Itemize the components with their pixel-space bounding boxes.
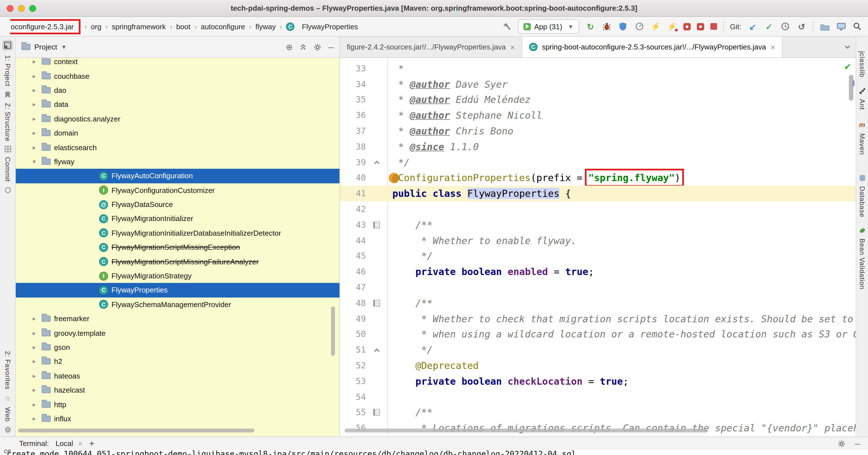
editor-vertical-scrollbar[interactable] <box>849 75 854 101</box>
tree-item-FlywayMigrationStrategy[interactable]: IFlywayMigrationStrategy <box>16 269 339 283</box>
line-number[interactable]: 52 <box>340 360 366 371</box>
code-line-50[interactable]: 50 * when using a wildcard location or a… <box>340 326 856 342</box>
tool-button-favorites[interactable]: 2: Favorites <box>4 351 11 390</box>
tree-item-FlywayDataSource[interactable]: @FlywayDataSource <box>16 197 339 212</box>
tree-item-FlywaySchemaManagementProvider[interactable]: CFlywaySchemaManagementProvider <box>16 297 339 312</box>
project-tool-icon[interactable] <box>2 40 13 51</box>
close-window-button[interactable] <box>7 5 13 12</box>
tree-item-FlywayAutoConfiguration[interactable]: CFlywayAutoConfiguration <box>16 169 339 183</box>
code-text[interactable]: * @author Stephane Nicoll <box>387 110 542 121</box>
code-text[interactable]: /** <box>387 407 433 418</box>
tree-item-FlywayMigrationScriptMissingException[interactable]: CFlywayMigrationScriptMissingException <box>16 240 339 255</box>
code-text[interactable]: /** <box>387 297 433 309</box>
code-text[interactable]: @Deprecated <box>387 360 479 371</box>
tree-item-groovy.template[interactable]: ▸groovy.template <box>16 326 339 340</box>
globe-icon[interactable] <box>4 426 11 433</box>
editor-tab-inactive[interactable]: figure-2.4.2-sources.jar!/.../FlywayProp… <box>340 37 522 57</box>
minimize-window-button[interactable] <box>18 5 25 12</box>
code-line-52[interactable]: 52 @Deprecated <box>340 358 856 373</box>
tree-item-FlywayProperties[interactable]: CFlywayProperties <box>16 283 339 297</box>
tool-button-maven[interactable]: Maven <box>858 133 866 155</box>
breadcrumb-autoconfigure[interactable]: autoconfigure <box>201 22 245 31</box>
line-number[interactable]: 53 <box>340 376 366 386</box>
hide-terminal-icon[interactable]: ─ <box>855 439 860 448</box>
line-number[interactable]: 55 <box>340 408 366 418</box>
plugin-red-icon[interactable] <box>683 23 691 30</box>
database-icon[interactable] <box>859 174 865 182</box>
tree-item-hazelcast[interactable]: ▸hazelcast <box>16 383 339 397</box>
zoom-window-button[interactable] <box>29 5 36 12</box>
rerun-icon[interactable]: ↻ <box>585 21 595 32</box>
code-line-48[interactable]: 48 /** <box>340 295 856 311</box>
line-number[interactable]: 50 <box>340 329 366 339</box>
star-icon[interactable]: ☆ <box>4 394 11 403</box>
chevron-down-icon[interactable]: ▾ <box>33 158 42 165</box>
line-number[interactable]: 45 <box>340 251 366 261</box>
debug-icon[interactable] <box>602 21 612 32</box>
tool-button-ant[interactable]: Ant <box>858 99 866 110</box>
line-number[interactable]: 46 <box>340 267 366 277</box>
commit-check-icon[interactable]: ✓ <box>764 21 774 32</box>
tree-item-influx[interactable]: ▸influx <box>16 412 339 426</box>
code-line-36[interactable]: 36 * @author Stephane Nicoll <box>340 108 856 124</box>
code-text[interactable]: * @author Dave Syer <box>387 78 507 90</box>
chevron-right-icon[interactable]: ▸ <box>33 329 42 336</box>
code-line-55[interactable]: 55 /** <box>340 405 856 420</box>
stop-icon[interactable] <box>710 23 717 30</box>
profiler-icon[interactable] <box>634 21 645 32</box>
line-number[interactable]: 49 <box>340 314 366 324</box>
doc-gutter-icon[interactable] <box>366 222 387 228</box>
code-line-53[interactable]: 53 private boolean checkLocation = true; <box>340 373 856 389</box>
line-number[interactable]: 41 <box>340 189 366 199</box>
chevron-right-icon[interactable]: ▸ <box>33 401 42 408</box>
line-number[interactable]: 37 <box>340 126 366 136</box>
line-number[interactable]: 33 <box>340 64 366 74</box>
code-line-38[interactable]: 38 * @since 1.1.0 <box>340 139 856 155</box>
code-line-43[interactable]: 43 /** <box>340 217 856 233</box>
tree-item-couchbase[interactable]: ▸couchbase <box>16 69 339 83</box>
code-text[interactable]: * when using a wildcard location or a re… <box>387 329 856 340</box>
bolt-icon[interactable]: ⚡ <box>651 21 661 32</box>
line-number[interactable]: 47 <box>340 282 366 292</box>
bean-icon[interactable] <box>859 227 865 234</box>
close-icon[interactable]: × <box>510 42 515 52</box>
tree-item-gson[interactable]: ▸gson <box>16 340 339 355</box>
doc-gutter-icon[interactable] <box>366 409 387 416</box>
bookmark-icon[interactable] <box>4 91 11 98</box>
tree-item-elasticsearch[interactable]: ▸elasticsearch <box>16 140 339 155</box>
circle-icon[interactable] <box>4 187 11 193</box>
line-number[interactable]: 44 <box>340 235 366 246</box>
fold-gutter-icon[interactable] <box>366 347 387 353</box>
breadcrumb-boot[interactable]: boot <box>176 22 190 31</box>
code-line-44[interactable]: 44 * Whether to enable flyway. <box>340 233 856 249</box>
breadcrumb-jar[interactable]: oconfigure-2.5.3.jar <box>10 19 81 34</box>
chevron-right-icon[interactable]: ▸ <box>33 344 42 351</box>
editor-tab-active[interactable]: C spring-boot-autoconfigure-2.5.3-source… <box>522 37 782 57</box>
line-number[interactable]: 51 <box>340 345 366 355</box>
line-number[interactable]: 48 <box>340 298 366 308</box>
code-text[interactable]: private boolean checkLocation = true; <box>387 376 629 387</box>
code-text[interactable]: * @since 1.1.0 <box>387 141 479 153</box>
locate-file-icon[interactable]: ⊕ <box>286 42 293 52</box>
line-number[interactable]: 38 <box>340 142 366 152</box>
code-line-37[interactable]: 37 * @author Chris Bono <box>340 123 856 139</box>
hidden-tabs-icon[interactable] <box>844 43 851 51</box>
tool-button-database[interactable]: Database <box>858 186 866 217</box>
code-line-47[interactable]: 47 <box>340 280 856 295</box>
tool-button-web[interactable]: Web <box>4 407 11 422</box>
code-line-40[interactable]: 40@ConfigurationProperties(prefix = "spr… <box>340 170 856 186</box>
tree-item-dao[interactable]: ▸dao <box>16 83 339 98</box>
plugin-red2-icon[interactable] <box>697 23 704 30</box>
code-text[interactable]: */ <box>387 344 433 355</box>
line-number[interactable]: 39 <box>340 157 366 167</box>
update-project-icon[interactable]: ↙ <box>748 21 758 32</box>
tree-item-domain[interactable]: ▸domain <box>16 126 339 140</box>
code-line-39[interactable]: 39 */ <box>340 155 856 170</box>
code-line-49[interactable]: 49 * Whether to check that migration scr… <box>340 311 856 327</box>
chevron-right-icon[interactable]: ▸ <box>33 372 42 380</box>
terminal-output[interactable]: create mode 100644 051-springboot-demo-l… <box>0 450 868 455</box>
chevron-right-icon[interactable]: ▸ <box>33 315 42 322</box>
breadcrumb-springframework[interactable]: springframework <box>112 22 166 31</box>
tree-item-context[interactable]: ▸context <box>16 58 339 69</box>
chevron-right-icon[interactable]: ▸ <box>33 144 42 151</box>
